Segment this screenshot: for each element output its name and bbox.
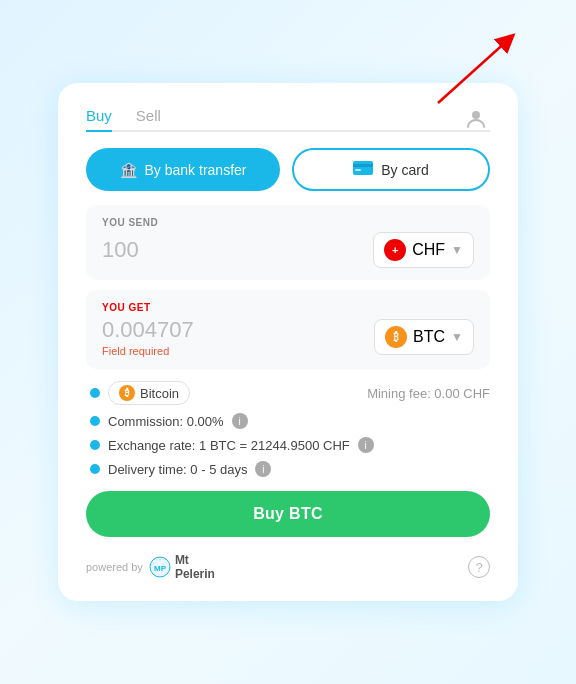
buy-button[interactable]: Buy BTC	[86, 491, 490, 537]
user-icon[interactable]	[462, 105, 490, 133]
top-bar: Buy Sell	[86, 107, 490, 132]
dot-commission	[90, 416, 100, 426]
mining-fee: Mining fee: 0.00 CHF	[367, 386, 490, 401]
svg-rect-3	[353, 164, 373, 167]
credit-card-icon	[353, 161, 373, 175]
brand-name: MtPelerin	[175, 553, 215, 581]
svg-rect-2	[353, 161, 373, 175]
exchange-rate-row: Exchange rate: 1 BTC = 21244.9500 CHF i	[86, 437, 490, 453]
mt-pelerin-logo-icon: MP	[149, 556, 171, 578]
exchange-info-icon[interactable]: i	[358, 437, 374, 453]
btc-code: BTC	[413, 328, 445, 346]
coin-name: Bitcoin	[140, 386, 179, 401]
tab-buy[interactable]: Buy	[86, 107, 112, 132]
dot-exchange	[90, 440, 100, 450]
send-label: YOU SEND	[102, 217, 474, 228]
bank-transfer-button[interactable]: 🏦 By bank transfer	[86, 148, 280, 191]
delivery-info-icon[interactable]: i	[255, 461, 271, 477]
chf-code: CHF	[412, 241, 445, 259]
main-card: Buy Sell 🏦 By bank transfer	[58, 83, 518, 601]
svg-line-0	[438, 40, 508, 103]
btc-icon: ₿	[385, 326, 407, 348]
chf-chevron: ▼	[451, 243, 463, 257]
tabs: Buy Sell	[86, 107, 490, 132]
get-amount: 0.004707	[102, 317, 194, 343]
get-amount-col: 0.004707 Field required	[102, 317, 194, 357]
get-label: YOU GET	[102, 302, 474, 313]
tab-sell[interactable]: Sell	[136, 107, 161, 132]
svg-point-1	[472, 111, 480, 119]
field-required-text: Field required	[102, 345, 194, 357]
commission-row: Commission: 0.00% i	[86, 413, 490, 429]
powered-by-text: powered by	[86, 561, 143, 573]
payment-buttons: 🏦 By bank transfer By card	[86, 148, 490, 191]
btc-currency-select[interactable]: ₿ BTC ▼	[374, 319, 474, 355]
get-row: 0.004707 Field required ₿ BTC ▼	[102, 317, 474, 357]
mt-pelerin-logo: MP MtPelerin	[149, 553, 215, 581]
bank-icon: 🏦	[120, 162, 137, 178]
profile-icon	[465, 108, 487, 130]
coin-tag[interactable]: ₿ Bitcoin	[108, 381, 190, 405]
arrow-annotation	[418, 28, 528, 108]
user-icon-wrap	[462, 105, 490, 133]
coin-tag-icon: ₿	[119, 385, 135, 401]
chf-currency-select[interactable]: + CHF ▼	[373, 232, 474, 268]
coin-info-row: ₿ Bitcoin Mining fee: 0.00 CHF	[86, 381, 490, 405]
detail-rows: Commission: 0.00% i Exchange rate: 1 BTC…	[86, 413, 490, 477]
card-label: By card	[381, 162, 428, 178]
send-section: YOU SEND 100 + CHF ▼	[86, 205, 490, 280]
commission-info-icon[interactable]: i	[232, 413, 248, 429]
delivery-text: Delivery time: 0 - 5 days	[108, 462, 247, 477]
dot-coin	[90, 388, 100, 398]
powered-by: powered by MP MtPelerin	[86, 553, 215, 581]
footer: powered by MP MtPelerin ?	[86, 551, 490, 581]
send-row: 100 + CHF ▼	[102, 232, 474, 268]
delivery-row: Delivery time: 0 - 5 days i	[86, 461, 490, 477]
bank-transfer-label: By bank transfer	[145, 162, 247, 178]
get-section: YOU GET 0.004707 Field required ₿ BTC ▼	[86, 290, 490, 369]
btc-chevron: ▼	[451, 330, 463, 344]
help-icon[interactable]: ?	[468, 556, 490, 578]
svg-rect-4	[355, 169, 361, 171]
dot-delivery	[90, 464, 100, 474]
chf-icon: +	[384, 239, 406, 261]
svg-text:MP: MP	[154, 564, 167, 573]
card-icon	[353, 161, 373, 178]
send-amount: 100	[102, 237, 139, 263]
card-button[interactable]: By card	[292, 148, 490, 191]
commission-text: Commission: 0.00%	[108, 414, 224, 429]
exchange-rate-text: Exchange rate: 1 BTC = 21244.9500 CHF	[108, 438, 350, 453]
